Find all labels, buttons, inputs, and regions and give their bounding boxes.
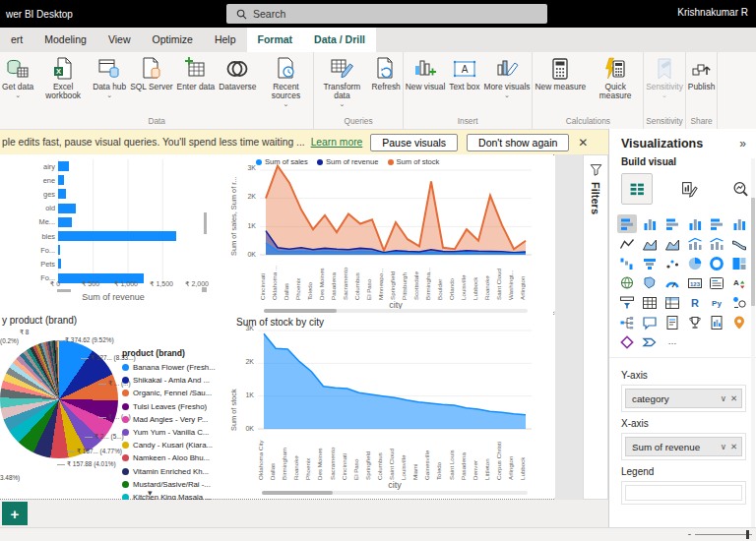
100-stacked-column-chart-gallery-item[interactable] — [729, 214, 749, 233]
dont-show-again-button[interactable]: Don't show again — [467, 134, 569, 151]
new-page-button[interactable]: + — [2, 502, 28, 525]
menu-tab-help[interactable]: Help — [204, 28, 247, 52]
chevron-down-icon[interactable]: ∨ — [721, 393, 726, 403]
publish-button[interactable]: Publish — [686, 55, 717, 92]
learn-more-link[interactable]: Learn more — [311, 137, 363, 148]
zoom-out-icon[interactable]: - — [688, 532, 691, 536]
treemap-gallery-item[interactable] — [729, 254, 749, 272]
card-gallery-item[interactable]: 123 — [685, 273, 705, 292]
map-gallery-item[interactable] — [617, 273, 637, 292]
line-and-stacked-column-chart-gallery-item[interactable] — [685, 234, 705, 253]
filters-pane[interactable]: Filters — [583, 154, 608, 500]
menu-tab-optimize[interactable]: Optimize — [141, 28, 203, 52]
sql-server-button[interactable]: SQL Server — [128, 55, 174, 92]
ribbon-chart-gallery-item[interactable] — [729, 234, 749, 253]
bar[interactable] — [58, 231, 176, 241]
field-pill-category[interactable]: category∨✕ — [625, 389, 742, 408]
bar[interactable] — [58, 259, 61, 269]
zoom-control[interactable]: - — [688, 532, 752, 536]
waterfall-chart-gallery-item[interactable] — [617, 254, 637, 272]
format-visual-tab[interactable] — [674, 174, 704, 204]
bar[interactable] — [58, 204, 76, 213]
menu-tab-ert[interactable]: ert — [0, 28, 33, 52]
slicer-gallery-item[interactable] — [617, 293, 637, 312]
menu-tab-format[interactable]: Format — [247, 28, 304, 52]
recent-sources-button[interactable]: Recent sources⌄ — [258, 55, 313, 108]
field-pill-sum-of-revenue[interactable]: Sum of revenue∨✕ — [625, 437, 742, 456]
pie-legend-item[interactable]: Mad Angles - Very P... — [122, 413, 222, 426]
excel-workbook-button[interactable]: XExcel workbook — [35, 55, 91, 101]
area-hscrollbar[interactable] — [262, 491, 528, 495]
dataverse-button[interactable]: Dataverse — [217, 55, 258, 92]
pie-legend-item[interactable]: Yum Yum - Vanilla C... — [122, 426, 222, 439]
table-gallery-item[interactable] — [640, 293, 660, 312]
panel-scrollbar[interactable] — [751, 158, 755, 532]
100-stacked-bar-chart-gallery-item[interactable] — [707, 214, 726, 233]
bar-hscrollbar[interactable] — [57, 289, 71, 292]
r-script-visual-gallery-item[interactable]: R — [685, 293, 705, 312]
combo-hscrollbar[interactable] — [264, 309, 528, 313]
enter-data-button[interactable]: Enter data — [175, 55, 218, 92]
new-measure-button[interactable]: New measure — [533, 55, 588, 92]
pause-visuals-button[interactable]: Pause visuals — [370, 134, 458, 151]
bar-chart-visual[interactable]: airyenegesoldMe...blesFo...PetsFo... ₹ 0… — [0, 155, 209, 305]
pie-chart-gallery-item[interactable] — [685, 254, 705, 272]
pie-legend-item[interactable]: Vitamin Enriched Kh... — [122, 465, 222, 478]
legend-item[interactable]: Sum of revenue — [317, 157, 379, 166]
quick-measure-button[interactable]: Quick measure — [588, 55, 643, 101]
sensitivity-button[interactable]: Sensitivity⌄ — [644, 55, 685, 99]
multi-row-card-gallery-item[interactable] — [707, 273, 726, 292]
power-automate-visual-gallery-item[interactable] — [640, 332, 660, 351]
bar[interactable] — [58, 161, 69, 171]
stacked-column-chart-gallery-item[interactable] — [640, 214, 660, 233]
remove-field-icon[interactable]: ✕ — [730, 393, 737, 403]
combo-area-chart-visual[interactable]: Sum of salesSum of revenueSum of stock S… — [228, 155, 555, 311]
bar-vscrollbar[interactable] — [204, 212, 207, 234]
area-chart-gallery-item[interactable] — [640, 234, 660, 253]
stacked-bar-chart-gallery-item[interactable] — [617, 214, 637, 233]
key-influencers-gallery-item[interactable] — [729, 293, 749, 312]
bar[interactable] — [58, 189, 66, 199]
legend-item[interactable]: Sum of sales — [256, 157, 308, 166]
legend-more-icon[interactable]: ▾ — [148, 488, 153, 498]
pie-legend-item[interactable]: Candy - Kusari (Kiara... — [122, 439, 222, 451]
pie-chart-visual[interactable]: y product (brand) ₹ 8 (0.2%) 3.48%) ₹ 37… — [0, 313, 224, 498]
transform-data-button[interactable]: Transform data⌄ — [314, 55, 369, 108]
pie-legend-item[interactable]: Tulsi Leaves (Fresho) — [122, 400, 222, 413]
chevron-down-icon[interactable]: ∨ — [721, 442, 726, 451]
new-visual-button[interactable]: New visual — [404, 55, 448, 92]
paginated-report-gallery-item[interactable] — [707, 313, 726, 331]
bar[interactable] — [58, 175, 64, 185]
power-apps-visual-gallery-item[interactable] — [617, 332, 637, 351]
scatter-chart-gallery-item[interactable] — [662, 254, 682, 272]
field-well-empty[interactable] — [625, 485, 742, 501]
clustered-column-chart-gallery-item[interactable] — [685, 214, 705, 233]
text-box-button[interactable]: AText box — [447, 55, 481, 92]
pie-legend-item[interactable]: Namkeen - Aloo Bhu... — [122, 451, 222, 464]
clustered-bar-chart-gallery-item[interactable] — [662, 214, 682, 233]
collapse-panel-icon[interactable]: » — [739, 137, 746, 150]
decomposition-tree-gallery-item[interactable] — [617, 313, 637, 331]
line-chart-gallery-item[interactable] — [617, 234, 637, 253]
search-input[interactable]: Search — [226, 4, 547, 24]
build-visual-tab[interactable] — [621, 173, 653, 205]
pie-legend-item[interactable]: Shikakai - Amla And ... — [122, 374, 222, 387]
pie-legend-item[interactable]: Mustard/Sasive/Rai -... — [122, 478, 222, 491]
python-visual-gallery-item[interactable]: Py — [707, 293, 726, 312]
bar[interactable] — [58, 217, 72, 227]
remove-field-icon[interactable]: ✕ — [730, 442, 737, 451]
resize-corner[interactable] — [202, 287, 207, 292]
menu-tab-view[interactable]: View — [97, 28, 142, 52]
menu-tab-modeling[interactable]: Modeling — [33, 28, 97, 52]
legend-item[interactable]: Sum of stock — [388, 157, 440, 166]
stacked-area-chart-gallery-item[interactable] — [662, 234, 682, 253]
stock-area-chart-visual[interactable]: Sum of stock by city Sum of stock 3K2K1K… — [228, 315, 555, 498]
q-and-a-gallery-item[interactable] — [640, 313, 660, 331]
pie-legend-item[interactable]: Banana Flower (Fresh... — [122, 361, 222, 374]
get-data-button[interactable]: Get data⌄ — [0, 55, 35, 99]
metrics-gallery-item[interactable] — [685, 313, 705, 331]
bar[interactable] — [58, 245, 60, 255]
data-hub-button[interactable]: Data hub⌄ — [91, 55, 128, 99]
matrix-gallery-item[interactable] — [662, 293, 682, 312]
close-icon[interactable]: ✕ — [578, 136, 588, 150]
